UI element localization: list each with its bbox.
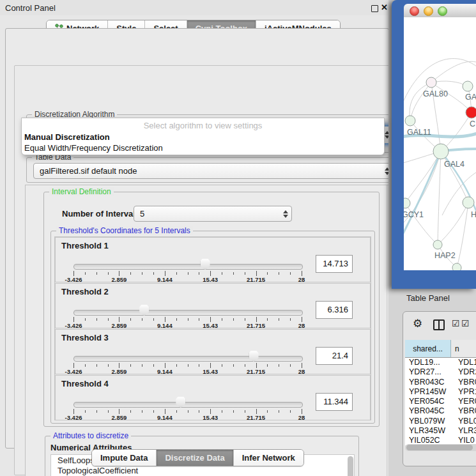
- table-row[interactable]: YBR043CYBR0: [405, 378, 476, 387]
- close-icon[interactable]: ✕: [381, 3, 388, 12]
- table-cell: YER0: [454, 397, 476, 406]
- threshold-slider[interactable]: -3.4262.8599.14415.4321.71528: [73, 351, 302, 372]
- attribute-item-topologicalcoefficient[interactable]: TopologicalCoefficient: [51, 465, 354, 475]
- node-label-h: H: [471, 210, 476, 219]
- slider-track[interactable]: [73, 310, 303, 316]
- network-node-gal4[interactable]: [433, 144, 449, 159]
- network-node-gal80[interactable]: [426, 77, 436, 88]
- network-node[interactable]: [452, 263, 461, 270]
- network-node-ga[interactable]: [463, 81, 473, 91]
- table-row[interactable]: YPR145WYPR1: [405, 387, 476, 397]
- tab-infer-network[interactable]: Infer Network: [233, 450, 303, 466]
- threshold-value-field[interactable]: 11.344: [316, 393, 353, 411]
- minimize-traffic-light[interactable]: [424, 6, 433, 16]
- table-panel-title: Table Panel: [406, 293, 450, 303]
- screen: Control Panel ✕ NetworkStyleSelectCyni T…: [0, 0, 476, 476]
- tick-label: 2.859: [112, 322, 127, 329]
- table-panel-toolbar: ⚙ ☑ ☑: [403, 316, 476, 335]
- float-window-icon[interactable]: [371, 5, 378, 12]
- table-cell: YDL19...: [405, 358, 454, 367]
- tick-label: 21.715: [247, 276, 265, 283]
- control-panel-title: Control Panel: [5, 3, 56, 13]
- threshold-slider[interactable]: -3.4262.8599.14415.4321.71528: [73, 259, 302, 280]
- tab-label: Discretize Data: [165, 453, 224, 463]
- tick-label: 2.859: [112, 414, 127, 421]
- table-row[interactable]: YLR345WYLR3: [405, 426, 476, 436]
- tab-label: Infer Network: [242, 453, 295, 463]
- tick-label: 9.144: [157, 414, 173, 421]
- gear-icon[interactable]: ⚙: [413, 317, 422, 330]
- table-row[interactable]: YBR045CYBR0: [405, 406, 476, 416]
- network-node-c[interactable]: [466, 107, 476, 118]
- threshold-row: Threshold 3 -3.4262.8599.14415.4321.7152…: [55, 329, 371, 374]
- threshold-value-field[interactable]: 21.4: [316, 347, 353, 365]
- thresholds-group: Threshold's Coordinates for 5 Intervals …: [50, 231, 375, 424]
- tick-label: 2.859: [112, 368, 127, 375]
- split-columns-icon[interactable]: [433, 319, 445, 330]
- table-row[interactable]: YBL079WYBL0: [405, 417, 476, 426]
- spinner-arrows-icon: [280, 210, 291, 218]
- slider-tick-labels: -3.4262.8599.14415.4321.71528: [73, 414, 302, 422]
- slider-track[interactable]: [73, 402, 303, 408]
- attributes-scrollbar[interactable]: [348, 456, 353, 476]
- tick-label: 2.859: [112, 276, 127, 283]
- table-data-combo[interactable]: galFiltered.sif default node: [33, 163, 394, 179]
- network-node-gcy1[interactable]: [404, 198, 410, 208]
- network-node-h[interactable]: [463, 197, 474, 208]
- tick-label: -3.426: [65, 322, 82, 329]
- number-of-intervals-label: Number of Intervals: [62, 209, 140, 219]
- checkbox-checked-icon[interactable]: ☑: [452, 318, 460, 328]
- tab-discretize-data[interactable]: Discretize Data: [156, 450, 233, 466]
- algorithm-option-equal-width-frequency-discretization[interactable]: Equal Width/Frequency Discretization: [24, 143, 163, 153]
- network-view-window[interactable]: GAL80GACGAL11GAL4GCY1HHAP2: [392, 0, 476, 289]
- table-row[interactable]: YDR27...YDR2: [405, 367, 476, 377]
- bottom-tabs: Impute DataDiscretize DataInfer Network: [91, 449, 304, 466]
- tick-label: -3.426: [65, 414, 82, 421]
- threshold-label: Threshold 3: [61, 333, 109, 342]
- table-cell: YBL079W: [405, 417, 454, 426]
- table-cell: YDR2: [454, 367, 476, 377]
- algorithm-hint: Select algorithm to view settings: [22, 121, 384, 130]
- table-data-group: Table Data galFiltered.sif default node: [26, 157, 399, 183]
- tab-impute-data[interactable]: Impute Data: [92, 450, 156, 466]
- threshold-label: Threshold 4: [61, 379, 109, 388]
- table-cell: YBR0: [454, 406, 476, 416]
- node-label-gal11: GAL11: [407, 128, 431, 137]
- tick-label: 28: [298, 276, 305, 283]
- tick-label: 15.43: [203, 322, 218, 329]
- slider-track[interactable]: [73, 264, 303, 270]
- threshold-value-field[interactable]: 14.713: [316, 255, 353, 273]
- threshold-value-field[interactable]: 6.316: [316, 301, 353, 319]
- tick-label: 9.144: [157, 322, 173, 329]
- column-header-1[interactable]: n: [451, 340, 476, 357]
- thresholds-group-label: Threshold's Coordinates for 5 Intervals: [56, 226, 193, 235]
- table-row[interactable]: YER054CYER0: [405, 397, 476, 406]
- slider-ticks: [73, 409, 302, 414]
- interval-definition-group: Interval Definition Number of Intervals …: [43, 192, 380, 427]
- threshold-rows-container: Threshold 1 -3.4262.8599.14415.4321.7152…: [54, 236, 371, 420]
- algorithm-option-manual-discretization[interactable]: Manual Discretization: [24, 132, 110, 142]
- threshold-row: Threshold 4 -3.4262.8599.14415.4321.7152…: [55, 375, 371, 420]
- slider-track[interactable]: [73, 356, 303, 362]
- threshold-slider[interactable]: -3.4262.8599.14415.4321.71528: [73, 305, 302, 326]
- zoom-traffic-light[interactable]: [438, 6, 447, 16]
- network-node-hap2[interactable]: [433, 240, 442, 249]
- network-canvas[interactable]: GAL80GACGAL11GAL4GCY1HHAP2: [404, 17, 476, 270]
- tick-label: 15.43: [203, 414, 218, 421]
- network-node-gal11[interactable]: [405, 116, 415, 126]
- column-header-0[interactable]: shared...: [405, 340, 451, 357]
- tick-label: 28: [298, 368, 305, 375]
- slider-ticks: [73, 363, 302, 368]
- table-hscrollbar-thumb[interactable]: [406, 445, 473, 450]
- network-window-titlebar: [404, 4, 476, 18]
- number-of-intervals-spinner[interactable]: 5: [134, 206, 292, 222]
- table-cell: YBR0: [454, 378, 476, 387]
- table-cell: YBR043C: [405, 378, 454, 387]
- threshold-label: Threshold 1: [61, 241, 109, 250]
- checkbox-checked-icon[interactable]: ☑: [461, 318, 470, 328]
- close-traffic-light[interactable]: [410, 6, 419, 16]
- table-hscrollbar[interactable]: [405, 444, 476, 451]
- threshold-slider[interactable]: -3.4262.8599.14415.4321.71528: [73, 397, 302, 418]
- table-row[interactable]: YDL19...YDL1: [405, 358, 476, 367]
- cyni-toolbox-panel: Discretization Algorithm Select algorith…: [5, 28, 389, 449]
